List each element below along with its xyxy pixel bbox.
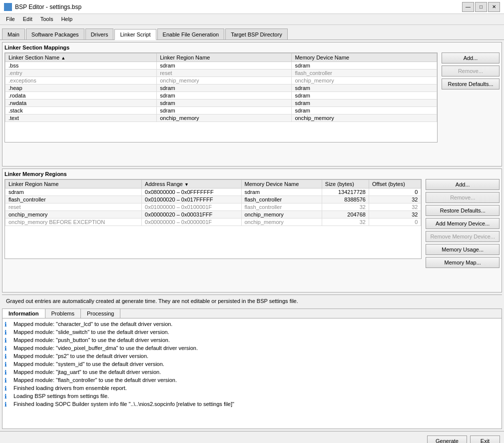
info-message: Mapped module: "jtag_uart" to use the de…: [13, 369, 161, 375]
list-item: ℹFinished loading SOPC Builder system in…: [4, 400, 500, 408]
info-content: ℹMapped module: "character_lcd" to use t…: [2, 318, 502, 428]
info-icon: ℹ: [4, 385, 11, 392]
table-row[interactable]: .rwdatasdramsdram: [5, 100, 437, 107]
menubar: File Edit Tools Help: [0, 14, 504, 25]
info-message: Mapped module: "ps2" to use the default …: [13, 353, 148, 359]
table-row[interactable]: reset0x01000000 – 0x0100001Fflash_contro…: [5, 203, 421, 210]
generate-button[interactable]: Generate: [427, 436, 467, 444]
info-panel: Information Problems Processing ℹMapped …: [2, 308, 502, 429]
close-button[interactable]: ✕: [488, 2, 500, 12]
linker-memory-regions-panel: Linker Memory Regions Linker Region Name…: [2, 168, 502, 293]
menu-help[interactable]: Help: [57, 15, 76, 24]
table-row[interactable]: onchip_memory0x00000020 – 0x00031FFFonch…: [5, 210, 421, 218]
menu-edit[interactable]: Edit: [19, 15, 36, 24]
linker-section-table: Linker Section Name ▲ Linker Region Name…: [5, 53, 437, 122]
menu-tools[interactable]: Tools: [36, 15, 57, 24]
info-message: Loading BSP settings from settings file.: [13, 393, 109, 399]
list-item: ℹMapped module: "ps2" to use the default…: [4, 352, 500, 360]
list-item: ℹMapped module: "video_pixel_buffer_dma"…: [4, 344, 500, 352]
table-row[interactable]: flash_controller0x01000020 – 0x017FFFFFf…: [5, 196, 421, 203]
memory-restore-button[interactable]: Restore Defaults...: [426, 205, 500, 216]
section-remove-button[interactable]: Remove...: [442, 66, 500, 76]
col-offset[interactable]: Offset (bytes): [369, 180, 421, 188]
memory-remove-button[interactable]: Remove...: [426, 192, 500, 203]
titlebar-controls: — □ ✕: [462, 2, 500, 12]
list-item: ℹFinished loading drivers from ensemble …: [4, 384, 500, 392]
statusbar-text: Grayed out entries are automatically cre…: [6, 298, 298, 304]
col-region-name[interactable]: Linker Region Name: [5, 180, 142, 188]
tab-target-bsp-directory[interactable]: Target BSP Directory: [225, 28, 288, 40]
app-icon: [4, 3, 12, 11]
col-section-name[interactable]: Linker Section Name ▲: [5, 54, 157, 62]
add-memory-device-button[interactable]: Add Memory Device...: [426, 218, 500, 229]
memory-usage-button[interactable]: Memory Usage...: [426, 244, 500, 255]
table-row[interactable]: .entryresetflash_controller: [5, 70, 437, 77]
memory-map-button[interactable]: Memory Map...: [426, 257, 500, 268]
info-tab-problems[interactable]: Problems: [45, 309, 81, 318]
table-row[interactable]: onchip_memory BEFORE EXCEPTION0x00000000…: [5, 218, 421, 226]
col-memory-device[interactable]: Memory Device Name: [241, 180, 322, 188]
info-message: Mapped module: "video_pixel_buffer_dma" …: [13, 345, 198, 351]
info-icon: ℹ: [4, 345, 11, 352]
info-icon: ℹ: [4, 361, 11, 368]
linker-section-row: Linker Section Name ▲ Linker Region Name…: [4, 52, 500, 142]
info-tab-processing[interactable]: Processing: [81, 309, 120, 318]
info-tabs: Information Problems Processing: [2, 309, 502, 318]
titlebar-left: BSP Editor - settings.bsp: [4, 3, 81, 11]
info-icon: ℹ: [4, 337, 11, 344]
tabbar: Main Software Packages Drivers Linker Sc…: [0, 25, 504, 40]
section-add-button[interactable]: Add...: [442, 52, 500, 64]
menu-file[interactable]: File: [2, 15, 19, 24]
info-message: Finished loading SOPC Builder system inf…: [13, 401, 234, 407]
col-address-range[interactable]: Address Range ▼: [142, 180, 241, 188]
linker-memory-regions-title: Linker Memory Regions: [4, 171, 500, 177]
list-item: ℹMapped module: "push_button" to use the…: [4, 336, 500, 344]
main-content: Linker Section Mappings Linker Section N…: [0, 40, 504, 431]
info-icon: ℹ: [4, 377, 11, 384]
col-size[interactable]: Size (bytes): [322, 180, 369, 188]
linker-section-table-container: Linker Section Name ▲ Linker Region Name…: [4, 52, 438, 142]
info-tab-information[interactable]: Information: [2, 309, 45, 318]
table-row[interactable]: .textonchip_memoryonchip_memory: [5, 114, 437, 122]
table-row[interactable]: .heapsdramsdram: [5, 84, 437, 92]
info-icon: ℹ: [4, 321, 11, 328]
col-region-name[interactable]: Linker Region Name: [157, 54, 292, 62]
memory-buttons: Add... Remove... Restore Defaults... Add…: [424, 179, 500, 268]
info-message: Mapped module: "push_button" to use the …: [13, 337, 170, 343]
info-message: Mapped module: "slide_switch" to use the…: [13, 329, 169, 335]
info-message: Mapped module: "system_id" to use the de…: [13, 361, 164, 367]
exit-button[interactable]: Exit: [470, 436, 500, 444]
memory-add-button[interactable]: Add...: [426, 179, 500, 190]
list-item: ℹLoading BSP settings from settings file…: [4, 392, 500, 400]
list-item: ℹMapped module: "jtag_uart" to use the d…: [4, 368, 500, 376]
info-icon: ℹ: [4, 329, 11, 336]
table-row[interactable]: sdram0x08000000 – 0x0FFFFFFFsdram1342177…: [5, 188, 421, 196]
maximize-button[interactable]: □: [475, 2, 487, 12]
list-item: ℹMapped module: "flash_controller" to us…: [4, 376, 500, 384]
table-row[interactable]: .stacksdramsdram: [5, 107, 437, 114]
titlebar-title: BSP Editor - settings.bsp: [15, 4, 81, 10]
tab-software-packages[interactable]: Software Packages: [26, 28, 84, 40]
linker-memory-table: Linker Region Name Address Range ▼ Memor…: [5, 180, 421, 226]
remove-memory-device-button[interactable]: Remove Memory Device...: [426, 231, 500, 242]
minimize-button[interactable]: —: [462, 2, 474, 12]
section-buttons: Add... Remove... Restore Defaults...: [440, 52, 500, 142]
table-row[interactable]: .exceptionsonchip_memoryonchip_memory: [5, 77, 437, 84]
table-row[interactable]: .bsssdramsdram: [5, 62, 437, 70]
list-item: ℹMapped module: "slide_switch" to use th…: [4, 328, 500, 336]
linker-memory-row: Linker Region Name Address Range ▼ Memor…: [4, 179, 500, 268]
linker-section-mappings-title: Linker Section Mappings: [4, 44, 500, 50]
tab-drivers[interactable]: Drivers: [85, 28, 114, 40]
info-icon: ℹ: [4, 353, 11, 360]
titlebar: BSP Editor - settings.bsp — □ ✕: [0, 0, 504, 14]
section-restore-button[interactable]: Restore Defaults...: [442, 78, 500, 90]
tab-linker-script[interactable]: Linker Script: [114, 29, 156, 40]
col-device-name[interactable]: Memory Device Name: [292, 54, 437, 62]
info-message: Mapped module: "character_lcd" to use th…: [13, 321, 172, 327]
tab-main[interactable]: Main: [2, 28, 25, 40]
list-item: ℹMapped module: "system_id" to use the d…: [4, 360, 500, 368]
table-row[interactable]: .rodatasdramsdram: [5, 92, 437, 100]
statusbar: Grayed out entries are automatically cre…: [2, 294, 502, 306]
tab-enable-file-generation[interactable]: Enable File Generation: [157, 28, 225, 40]
info-message: Finished loading drivers from ensemble r…: [13, 385, 127, 391]
